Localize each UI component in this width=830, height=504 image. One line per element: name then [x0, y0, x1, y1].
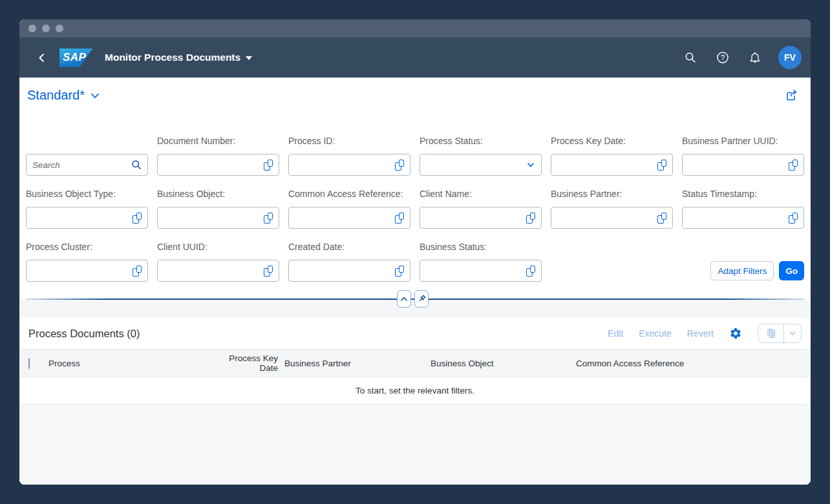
filter-text-input[interactable] — [295, 266, 391, 276]
empty-state-message: To start, set the relevant filters. — [356, 386, 474, 395]
filter-input-box[interactable] — [157, 207, 279, 229]
filter-field-process-status: Process Status: — [420, 136, 542, 176]
variant-selector[interactable]: Standard* — [27, 88, 100, 103]
filter-label: Status Timestamp: — [682, 189, 804, 202]
window-control-icon[interactable] — [56, 25, 63, 32]
help-icon[interactable]: ? — [716, 51, 729, 64]
filter-text-input[interactable] — [557, 160, 654, 170]
filter-input-box[interactable] — [551, 154, 673, 176]
filter-label: Common Access Reference: — [288, 189, 410, 202]
filter-input-box[interactable] — [682, 154, 804, 176]
value-help-icon[interactable] — [526, 266, 535, 277]
search-icon[interactable] — [684, 51, 697, 64]
value-help-icon[interactable] — [264, 213, 273, 224]
filter-field-created-date: Created Date: — [288, 242, 410, 282]
value-help-icon[interactable] — [133, 213, 142, 224]
filter-field-business-partner: Business Partner: — [551, 189, 673, 229]
filter-input-box[interactable] — [26, 207, 148, 229]
table-title: Process Documents (0) — [28, 328, 140, 340]
value-help-icon[interactable] — [395, 266, 404, 277]
column-header-process-key-date[interactable]: Process Key Date — [210, 353, 278, 373]
filter-input-box[interactable] — [26, 260, 148, 282]
table-header-toolbar: Process Documents (0) Edit Execute Rever… — [19, 318, 811, 349]
collapse-filter-bar-button[interactable] — [397, 290, 411, 308]
filter-text-input[interactable] — [32, 213, 129, 223]
adapt-filters-button[interactable]: Adapt Filters — [710, 261, 774, 280]
filter-text-input[interactable] — [295, 213, 391, 223]
filter-label: Client Name: — [420, 189, 542, 202]
column-header-common-access-reference[interactable]: Common Access Reference — [576, 359, 802, 368]
filter-input-box[interactable] — [288, 154, 410, 176]
pin-filter-bar-button[interactable] — [414, 290, 429, 308]
app-title-menu[interactable]: Monitor Process Documents — [105, 52, 252, 63]
filter-text-input[interactable] — [426, 213, 522, 223]
window-control-icon[interactable] — [28, 25, 36, 32]
search-input-box[interactable] — [26, 154, 148, 176]
value-help-icon[interactable] — [264, 266, 273, 277]
filter-text-input[interactable] — [688, 213, 785, 223]
column-header-process[interactable]: Process — [48, 359, 210, 368]
filter-input-box[interactable] — [551, 207, 673, 229]
value-help-icon[interactable] — [395, 213, 404, 224]
export-menu-chevron-icon[interactable] — [784, 324, 801, 342]
filter-input-box[interactable] — [157, 154, 279, 176]
export-split-button — [758, 324, 802, 343]
filter-field-client-uuid: Client UUID: — [157, 242, 279, 282]
filter-input-box[interactable] — [157, 260, 279, 282]
filter-text-input[interactable] — [557, 213, 654, 223]
value-help-icon[interactable] — [657, 213, 666, 224]
execute-button[interactable]: Execute — [639, 328, 672, 339]
filter-text-input[interactable] — [164, 213, 260, 223]
filter-input-box[interactable] — [420, 154, 542, 176]
filter-field-business-object-type: Business Object Type: — [26, 189, 148, 229]
filter-label: Process ID: — [288, 136, 410, 149]
filter-text-input[interactable] — [688, 160, 785, 170]
filter-field-process-cluster: Process Cluster: — [26, 242, 148, 282]
column-header-business-partner[interactable]: Business Partner — [278, 359, 431, 368]
filter-text-input[interactable] — [426, 266, 522, 276]
filter-label: Business Status: — [420, 242, 542, 255]
filter-input-box[interactable] — [420, 207, 542, 229]
filter-field-business-status: Business Status: — [420, 242, 542, 282]
value-help-icon[interactable] — [264, 160, 273, 171]
filter-text-input[interactable] — [164, 266, 260, 276]
value-help-icon[interactable] — [133, 266, 142, 277]
filter-text-input[interactable] — [426, 160, 522, 170]
value-help-icon[interactable] — [789, 213, 798, 224]
select-all-checkbox[interactable] — [28, 358, 30, 369]
sap-logo[interactable]: SAP — [59, 48, 93, 67]
filter-text-input[interactable] — [295, 160, 391, 170]
share-icon[interactable] — [785, 88, 800, 103]
back-button[interactable] — [34, 49, 50, 66]
settings-gear-icon[interactable] — [729, 327, 742, 340]
user-avatar[interactable]: FV — [778, 46, 802, 69]
go-button[interactable]: Go — [779, 261, 804, 280]
chevron-down-icon[interactable] — [526, 160, 535, 169]
value-help-icon[interactable] — [526, 213, 535, 224]
search-icon[interactable] — [131, 160, 142, 170]
filter-label: Business Object: — [157, 189, 279, 202]
value-help-icon[interactable] — [395, 160, 404, 171]
svg-text:?: ? — [721, 54, 725, 61]
filter-input-box[interactable] — [288, 207, 410, 229]
value-help-icon[interactable] — [789, 160, 798, 171]
filter-field-process-key-date: Process Key Date: — [551, 136, 673, 176]
filter-text-input[interactable] — [164, 160, 260, 170]
filter-field-client-name: Client Name: — [420, 189, 542, 229]
value-help-icon[interactable] — [657, 160, 666, 171]
filter-input-box[interactable] — [682, 207, 804, 229]
filter-input-box[interactable] — [420, 260, 542, 282]
filter-label: Process Cluster: — [26, 242, 148, 255]
revert-button[interactable]: Revert — [687, 328, 714, 339]
column-header-business-object[interactable]: Business Object — [431, 359, 576, 368]
filter-field-business-object: Business Object: — [157, 189, 279, 229]
notifications-bell-icon[interactable] — [749, 51, 761, 64]
edit-button[interactable]: Edit — [608, 328, 623, 339]
filter-text-input[interactable] — [32, 266, 129, 276]
filter-label: Process Status: — [420, 136, 542, 149]
filter-input-box[interactable] — [288, 260, 410, 282]
search-input[interactable] — [32, 160, 127, 170]
window-control-icon[interactable] — [42, 25, 50, 32]
export-spreadsheet-icon[interactable] — [758, 324, 784, 342]
table-column-header-row: Process Process Key Date Business Partne… — [19, 349, 811, 377]
